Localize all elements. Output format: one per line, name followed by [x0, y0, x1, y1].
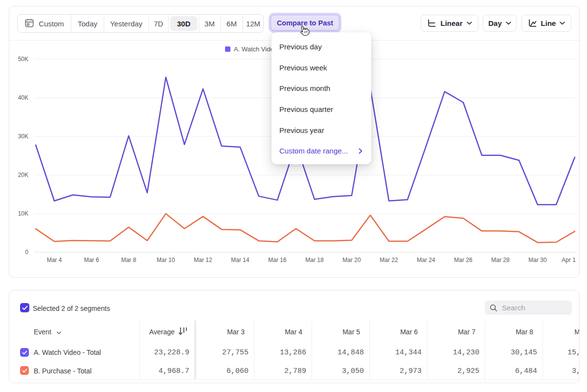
svg-text:Apr 1: Apr 1 — [562, 257, 576, 263]
svg-text:Mar 28: Mar 28 — [491, 257, 510, 263]
svg-text:Mar 16: Mar 16 — [268, 257, 287, 263]
svg-text:0: 0 — [25, 249, 28, 256]
svg-text:Mar 8: Mar 8 — [121, 257, 136, 263]
svg-text:20K: 20K — [18, 172, 28, 178]
svg-text:Mar 22: Mar 22 — [380, 257, 398, 263]
svg-text:30K: 30K — [18, 133, 28, 140]
svg-text:10K: 10K — [18, 210, 28, 217]
svg-text:Mar 24: Mar 24 — [417, 257, 435, 263]
svg-text:Mar 14: Mar 14 — [231, 257, 249, 263]
svg-text:Mar 6: Mar 6 — [84, 257, 99, 263]
svg-text:Mar 26: Mar 26 — [454, 257, 473, 263]
svg-text:Mar 30: Mar 30 — [528, 257, 547, 263]
svg-text:Mar 20: Mar 20 — [342, 257, 361, 263]
svg-text:Mar 10: Mar 10 — [157, 257, 175, 263]
svg-text:Mar 18: Mar 18 — [305, 257, 324, 263]
svg-text:Mar 12: Mar 12 — [194, 257, 212, 263]
svg-text:40K: 40K — [18, 94, 28, 101]
svg-text:50K: 50K — [18, 56, 28, 63]
svg-text:Mar 4: Mar 4 — [47, 257, 62, 263]
